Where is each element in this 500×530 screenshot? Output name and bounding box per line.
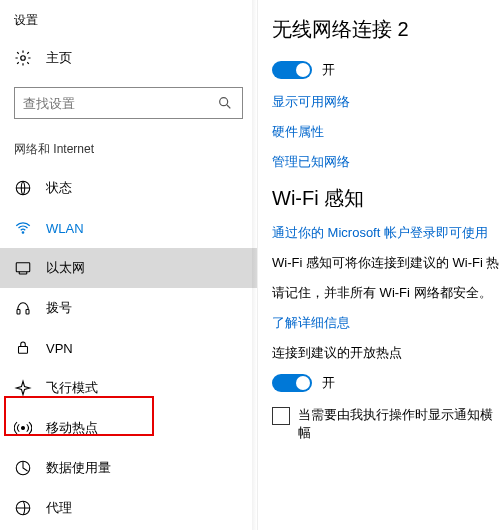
hotspot-icon — [14, 419, 32, 437]
nav-label: 状态 — [46, 179, 72, 197]
nav-label: 以太网 — [46, 259, 85, 277]
sidebar: 设置 主页 网络和 Internet — [0, 0, 258, 530]
search-input[interactable] — [23, 96, 216, 111]
main-content: 无线网络连接 2 开 显示可用网络 硬件属性 管理已知网络 Wi-Fi 感知 通… — [258, 0, 500, 530]
svg-rect-7 — [26, 310, 29, 315]
wifi-icon — [14, 219, 32, 237]
toggle-state-label: 开 — [322, 61, 335, 79]
link-ms-signin[interactable]: 通过你的 Microsoft 帐户登录即可使用 — [272, 224, 500, 242]
nav-label: 飞行模式 — [46, 379, 98, 397]
nav-label: WLAN — [46, 221, 84, 236]
svg-point-1 — [220, 98, 228, 106]
link-show-networks[interactable]: 显示可用网络 — [272, 93, 500, 111]
home-nav[interactable]: 主页 — [0, 39, 257, 77]
notify-checkbox-row: 当需要由我执行操作时显示通知横幅 — [272, 406, 500, 442]
svg-rect-6 — [17, 310, 20, 315]
body-text-2: 请记住，并非所有 Wi-Fi 网络都安全。 — [272, 284, 500, 302]
nav-item-hotspot[interactable]: 移动热点 — [0, 408, 257, 448]
nav-item-vpn[interactable]: VPN — [0, 328, 257, 368]
proxy-icon — [14, 499, 32, 517]
link-manage-known[interactable]: 管理已知网络 — [272, 153, 500, 171]
toggle-state-label: 开 — [322, 374, 335, 392]
home-label: 主页 — [46, 49, 72, 67]
notify-checkbox[interactable] — [272, 407, 290, 425]
search-icon — [216, 94, 234, 112]
wifi-sense-heading: Wi-Fi 感知 — [272, 185, 500, 212]
svg-point-4 — [22, 232, 24, 234]
nav-label: 代理 — [46, 499, 72, 517]
body-text-3: 连接到建议的开放热点 — [272, 344, 500, 362]
page-heading: 无线网络连接 2 — [272, 16, 500, 43]
nav-item-status[interactable]: 状态 — [0, 168, 257, 208]
nav-label: 数据使用量 — [46, 459, 111, 477]
airplane-icon — [14, 379, 32, 397]
svg-rect-5 — [16, 263, 30, 272]
nav-item-proxy[interactable]: 代理 — [0, 488, 257, 528]
globe-icon — [14, 179, 32, 197]
wireless-toggle[interactable] — [272, 61, 312, 79]
svg-point-9 — [22, 427, 25, 430]
dialup-icon — [14, 299, 32, 317]
nav-item-airplane[interactable]: 飞行模式 — [0, 368, 257, 408]
nav-item-wlan[interactable]: WLAN — [0, 208, 257, 248]
nav-list: 状态 WLAN 以太网 拨号 — [0, 168, 257, 528]
nav-label: 移动热点 — [46, 419, 98, 437]
search-box[interactable] — [14, 87, 243, 119]
nav-label: 拨号 — [46, 299, 72, 317]
gear-icon — [14, 49, 32, 67]
body-text-1: Wi-Fi 感知可将你连接到建议的 Wi-Fi 热 — [272, 254, 500, 272]
data-icon — [14, 459, 32, 477]
open-hotspot-toggle[interactable] — [272, 374, 312, 392]
nav-label: VPN — [46, 341, 73, 356]
svg-point-0 — [21, 56, 26, 61]
svg-line-2 — [227, 105, 230, 108]
ethernet-icon — [14, 259, 32, 277]
nav-item-dialup[interactable]: 拨号 — [0, 288, 257, 328]
vpn-icon — [14, 339, 32, 357]
app-title: 设置 — [0, 8, 257, 39]
checkbox-label: 当需要由我执行操作时显示通知横幅 — [298, 406, 500, 442]
nav-item-datausage[interactable]: 数据使用量 — [0, 448, 257, 488]
svg-rect-8 — [19, 347, 28, 354]
link-hardware-props[interactable]: 硬件属性 — [272, 123, 500, 141]
wireless-toggle-row: 开 — [272, 61, 500, 79]
open-hotspot-toggle-row: 开 — [272, 374, 500, 392]
link-learn-more[interactable]: 了解详细信息 — [272, 314, 500, 332]
section-label: 网络和 Internet — [0, 133, 257, 168]
nav-item-ethernet[interactable]: 以太网 — [0, 248, 257, 288]
